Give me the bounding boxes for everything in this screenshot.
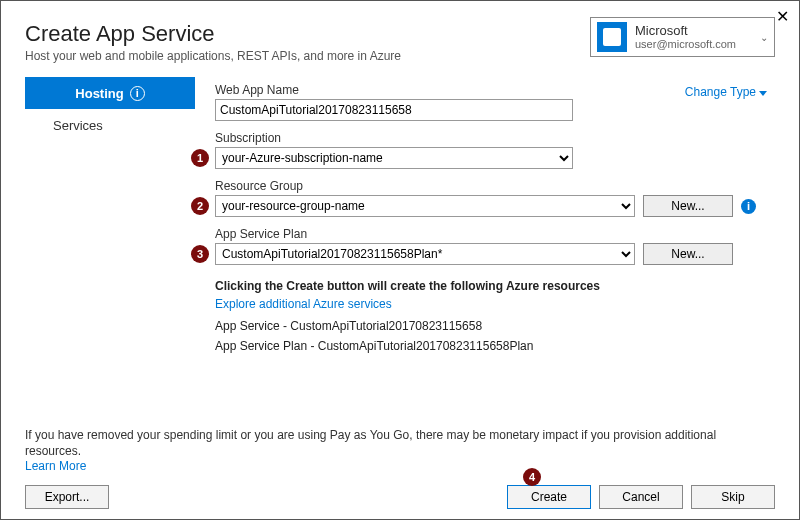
app-service-plan-select[interactable]: CustomApiTutorial20170823115658Plan* [215, 243, 635, 265]
chevron-down-icon: ⌄ [760, 32, 768, 43]
app-service-plan-label: App Service Plan [215, 227, 775, 241]
web-app-name-label: Web App Name [215, 83, 299, 97]
tab-label: Services [53, 118, 103, 133]
tab-services[interactable]: Services [25, 109, 195, 141]
subscription-label: Subscription [215, 131, 775, 145]
new-resource-group-button[interactable]: New... [643, 195, 733, 217]
callout-badge-2: 2 [191, 197, 209, 215]
disclaimer: If you have removed your spending limit … [25, 428, 775, 475]
account-picker[interactable]: Microsoft user@microsoft.com ⌄ [590, 17, 775, 57]
change-type-link[interactable]: Change Type [685, 85, 767, 99]
callout-badge-1: 1 [191, 149, 209, 167]
callout-badge-4: 4 [523, 468, 541, 486]
callout-badge-3: 3 [191, 245, 209, 263]
form-area: Web App Name Change Type Subscription 1 … [195, 77, 775, 359]
sidebar: Hosting i Services [25, 77, 195, 359]
tab-label: Hosting [75, 86, 123, 101]
create-button[interactable]: Create [507, 485, 591, 509]
learn-more-link[interactable]: Learn More [25, 459, 86, 473]
create-app-service-dialog: ✕ Create App Service Host your web and m… [0, 0, 800, 520]
chevron-down-icon [759, 91, 767, 96]
export-button[interactable]: Export... [25, 485, 109, 509]
summary-heading: Clicking the Create button will create t… [215, 279, 775, 293]
subscription-select[interactable]: your-Azure-subscription-name [215, 147, 573, 169]
footer: If you have removed your spending limit … [25, 428, 775, 509]
account-name: Microsoft [635, 23, 752, 39]
skip-button[interactable]: Skip [691, 485, 775, 509]
summary-line-app-service-plan: App Service Plan - CustomApiTutorial2017… [215, 339, 775, 353]
resource-group-label: Resource Group [215, 179, 775, 193]
new-app-service-plan-button[interactable]: New... [643, 243, 733, 265]
account-email: user@microsoft.com [635, 38, 752, 51]
info-icon[interactable]: i [741, 199, 756, 214]
microsoft-logo-icon [597, 22, 627, 52]
info-icon: i [130, 86, 145, 101]
summary-block: Clicking the Create button will create t… [215, 279, 775, 353]
explore-services-link[interactable]: Explore additional Azure services [215, 297, 775, 311]
web-app-name-input[interactable] [215, 99, 573, 121]
close-icon[interactable]: ✕ [776, 7, 789, 26]
tab-hosting[interactable]: Hosting i [25, 77, 195, 109]
resource-group-select[interactable]: your-resource-group-name [215, 195, 635, 217]
summary-line-app-service: App Service - CustomApiTutorial201708231… [215, 319, 775, 333]
cancel-button[interactable]: Cancel [599, 485, 683, 509]
